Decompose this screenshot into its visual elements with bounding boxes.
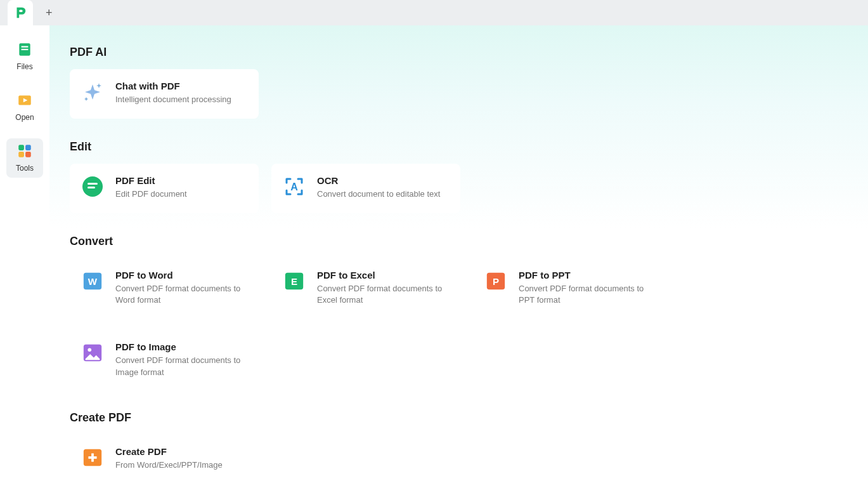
card-chat-with-pdf[interactable]: Chat with PDF Intelligent document proce… [70,69,259,119]
svg-rect-6 [18,145,24,150]
sidebar-label-open: Open [15,113,34,122]
create-pdf-icon [81,446,104,469]
sidebar-item-open[interactable]: Open [6,88,43,127]
card-desc: Convert PDF format documents to Word for… [115,283,247,306]
card-title: PDF to Word [115,270,247,280]
word-icon: W [81,270,104,293]
card-title: Create PDF [115,446,223,457]
svg-rect-27 [88,456,96,459]
content-area: PDF AI Chat with PDF Intelligent documen… [49,25,868,495]
cards-convert: W PDF to Word Convert PDF format documen… [70,258,848,390]
sidebar-label-files: Files [16,62,32,71]
card-pdf-edit[interactable]: PDF Edit Edit PDF document [70,164,259,213]
section-title-edit: Edit [70,140,848,154]
card-create-pdf[interactable]: Create PDF From Word/Execl/PPT/Image [70,435,259,484]
card-desc: Edit PDF document [115,188,187,200]
card-pdf-to-word[interactable]: W PDF to Word Convert PDF format documen… [70,258,259,317]
files-icon [16,41,34,58]
sparkle-icon [81,81,104,103]
svg-rect-14 [87,183,98,185]
svg-marker-11 [96,83,101,88]
sidebar-item-files[interactable]: Files [6,37,43,76]
card-title: Chat with PDF [115,81,231,91]
sidebar: Files Open Tools [0,25,49,495]
card-title: PDF to Image [115,341,247,352]
cards-create: Create PDF From Word/Execl/PPT/Image [70,435,848,484]
svg-text:A: A [290,182,298,192]
card-desc: Convert PDF format documents to PPT form… [519,283,651,306]
svg-text:P: P [493,276,499,287]
card-title: PDF to PPT [519,270,651,280]
excel-icon: E [283,270,306,293]
svg-rect-2 [22,46,29,48]
svg-point-24 [87,348,91,352]
svg-rect-0 [19,10,23,12]
card-title: PDF Edit [115,175,187,186]
svg-text:W: W [88,276,98,287]
card-title: PDF to Excel [317,270,449,280]
section-title-create: Create PDF [70,411,848,425]
svg-rect-7 [25,145,31,150]
card-desc: Convert PDF format documents to Excel fo… [317,283,449,306]
card-title: OCR [317,175,440,186]
card-desc: Intelligent document processing [115,94,231,105]
card-pdf-to-excel[interactable]: E PDF to Excel Convert PDF format docume… [271,258,460,317]
cards-ai: Chat with PDF Intelligent document proce… [70,69,848,119]
app-logo-icon [13,6,27,20]
app-logo-tab[interactable] [8,0,33,25]
ppt-icon: P [484,270,507,293]
ocr-icon: A [283,175,306,198]
card-desc: Convert document to editable text [317,188,440,200]
svg-rect-3 [22,49,29,50]
pdf-edit-icon [81,175,104,198]
svg-marker-12 [84,97,88,101]
new-tab-button[interactable]: + [46,6,53,20]
card-desc: Convert PDF format documents to Image fo… [115,355,247,378]
card-pdf-to-ppt[interactable]: P PDF to PPT Convert PDF format document… [473,258,662,317]
svg-rect-9 [25,152,31,157]
top-tab-bar: + [0,0,868,25]
sidebar-item-tools[interactable]: Tools [6,138,43,178]
card-pdf-to-image[interactable]: PDF to Image Convert PDF format document… [70,330,259,389]
svg-rect-15 [87,187,95,188]
section-title-ai: PDF AI [70,46,848,59]
svg-text:E: E [291,276,297,287]
card-ocr[interactable]: A OCR Convert document to editable text [271,164,460,213]
open-icon [16,91,34,109]
svg-rect-8 [18,152,24,157]
tools-icon [16,142,34,160]
svg-marker-10 [85,84,100,100]
image-icon [81,341,104,364]
sidebar-label-tools: Tools [16,164,34,173]
cards-edit: PDF Edit Edit PDF document A OCR Convert… [70,164,848,213]
card-desc: From Word/Execl/PPT/Image [115,459,223,471]
section-title-convert: Convert [70,235,848,248]
